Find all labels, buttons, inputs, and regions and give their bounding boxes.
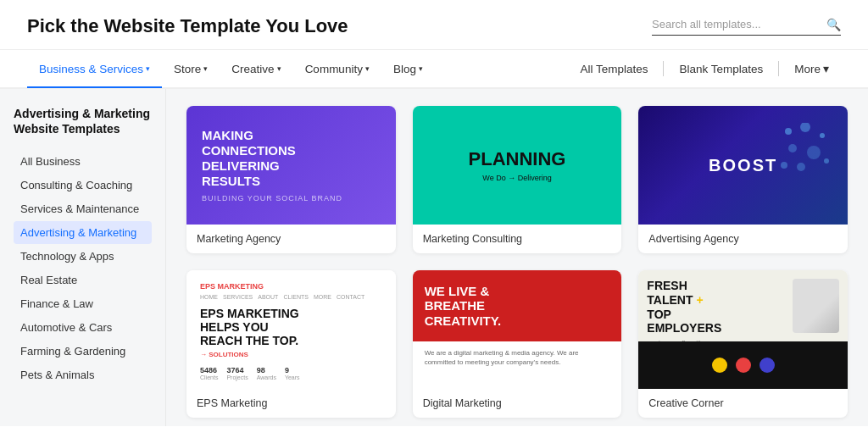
sidebar-item-real-estate[interactable]: Real Estate xyxy=(14,269,152,291)
template-thumb-creative: FRESHTALENT +TOPEMPLOYERS create your of… xyxy=(638,270,848,389)
eps-headline: EPS MARKETINGHELPS YOUREACH THE TOP. xyxy=(200,307,364,347)
sidebar: Advertising & Marketing Website Template… xyxy=(0,89,166,426)
sidebar-item-services[interactable]: Services & Maintenance xyxy=(14,197,152,220)
eps-logo: EPS MARKETING xyxy=(200,282,364,291)
thumb-headline: BOOST xyxy=(709,156,777,175)
cr-text-block: FRESHTALENT +TOPEMPLOYERS create your of… xyxy=(647,279,786,333)
cr-icon-2 xyxy=(736,358,751,373)
template-label: Advertising Agency xyxy=(638,225,848,253)
page-header: Pick the Website Template You Love 🔍 xyxy=(0,0,868,50)
nav-right: All Templates Blank Templates More ▾ xyxy=(568,50,841,87)
template-label: EPS Marketing xyxy=(186,389,396,418)
page-title: Pick the Website Template You Love xyxy=(27,15,348,37)
template-card-creative[interactable]: FRESHTALENT +TOPEMPLOYERS create your of… xyxy=(638,270,848,418)
template-thumb-advertising-agency: BOOST xyxy=(638,106,848,225)
sidebar-item-consulting[interactable]: Consulting & Coaching xyxy=(14,174,152,197)
cr-headline: FRESHTALENT +TOPEMPLOYERS xyxy=(647,279,786,336)
dg-bottom: We are a digital marketing & media agenc… xyxy=(413,341,622,389)
template-thumb-marketing-consulting: PLANNING We Do → Delivering xyxy=(413,106,622,225)
thumb-sub: BUILDING YOUR SOCIAL BRAND xyxy=(202,194,342,202)
main-nav: Business & Services ▾ Store ▾ Creative ▾… xyxy=(0,50,868,89)
sidebar-item-farming[interactable]: Farming & Gardening xyxy=(14,340,152,363)
nav-item-store[interactable]: Store ▾ xyxy=(162,51,220,88)
cr-bottom xyxy=(638,341,848,389)
sidebar-item-pets[interactable]: Pets & Animals xyxy=(14,363,152,386)
svg-point-0 xyxy=(785,128,792,135)
nav-divider xyxy=(663,61,664,76)
search-input[interactable] xyxy=(652,18,821,30)
svg-point-6 xyxy=(781,162,787,169)
template-thumb-marketing-agency: MAKINGCONNECTIONSDELIVERINGRESULTS BUILD… xyxy=(186,106,396,225)
template-label: Digital Marketing xyxy=(413,389,622,418)
cr-icon-3 xyxy=(760,358,775,373)
sidebar-item-advertising[interactable]: Advertising & Marketing xyxy=(14,221,152,244)
nav-item-creative[interactable]: Creative ▾ xyxy=(220,51,292,88)
sidebar-item-finance[interactable]: Finance & Law xyxy=(14,292,152,315)
templates-grid: MAKINGCONNECTIONSDELIVERINGRESULTS BUILD… xyxy=(186,106,848,418)
sidebar-item-all-business[interactable]: All Business xyxy=(14,150,152,173)
eps-stats: 5486Clients 3764Projects 98Awards 9Years xyxy=(200,366,300,380)
templates-area: MAKINGCONNECTIONSDELIVERINGRESULTS BUILD… xyxy=(166,89,868,426)
template-thumb-digital: WE LIVE &BREATHECREATIVITY. We are a dig… xyxy=(413,270,622,389)
template-label: Creative Corner xyxy=(638,389,848,418)
template-card-digital[interactable]: WE LIVE &BREATHECREATIVITY. We are a dig… xyxy=(413,270,622,418)
chevron-down-icon: ▾ xyxy=(203,64,208,73)
thumb-sub: We Do → Delivering xyxy=(482,174,551,182)
template-card-eps[interactable]: EPS MARKETING HOMESERVICESABOUTCLIENTSMO… xyxy=(186,270,396,418)
thumb-headline: PLANNING xyxy=(469,148,566,170)
thumb-headline: MAKINGCONNECTIONSDELIVERINGRESULTS xyxy=(202,128,296,189)
chevron-down-icon: ▾ xyxy=(823,62,829,75)
svg-point-1 xyxy=(800,123,810,132)
template-thumb-eps: EPS MARKETING HOMESERVICESABOUTCLIENTSMO… xyxy=(186,270,396,389)
svg-point-3 xyxy=(788,144,797,152)
thumb-dots-decoration xyxy=(780,123,831,174)
template-label: Marketing Consulting xyxy=(413,225,622,253)
svg-point-5 xyxy=(824,158,829,164)
cr-top: FRESHTALENT +TOPEMPLOYERS create your of… xyxy=(638,270,848,341)
cr-icon-1 xyxy=(712,358,727,373)
chevron-down-icon: ▾ xyxy=(146,64,150,73)
svg-point-2 xyxy=(820,133,825,138)
search-bar[interactable]: 🔍 xyxy=(652,18,841,36)
chevron-down-icon: ▾ xyxy=(365,64,370,73)
sidebar-item-technology[interactable]: Technology & Apps xyxy=(14,245,152,268)
nav-item-blog[interactable]: Blog ▾ xyxy=(381,51,435,88)
template-label: Marketing Agency xyxy=(186,225,396,253)
nav-more[interactable]: More ▾ xyxy=(782,50,841,87)
nav-item-business[interactable]: Business & Services ▾ xyxy=(27,51,162,88)
sidebar-title: Advertising & Marketing Website Template… xyxy=(14,106,152,136)
eps-nav: HOMESERVICESABOUTCLIENTSMORECONTACT xyxy=(200,294,364,300)
template-card-advertising-agency[interactable]: BOOST Advertising Agency xyxy=(638,106,848,253)
svg-point-7 xyxy=(797,163,805,171)
search-icon[interactable]: 🔍 xyxy=(826,18,841,31)
chevron-down-icon: ▾ xyxy=(277,64,281,73)
nav-blank-templates[interactable]: Blank Templates xyxy=(667,50,775,87)
nav-item-community[interactable]: Community ▾ xyxy=(293,51,381,88)
nav-all-templates[interactable]: All Templates xyxy=(568,50,659,87)
template-card-marketing-agency[interactable]: MAKINGCONNECTIONSDELIVERINGRESULTS BUILD… xyxy=(186,106,396,253)
svg-point-4 xyxy=(807,146,821,159)
eps-sub: → SOLUTIONS xyxy=(200,351,364,358)
dg-top: WE LIVE &BREATHECREATIVITY. xyxy=(413,270,622,341)
nav-divider-2 xyxy=(778,61,779,76)
main-content: Advertising & Marketing Website Template… xyxy=(0,89,868,426)
cr-image xyxy=(793,279,839,333)
dg-headline: WE LIVE &BREATHECREATIVITY. xyxy=(425,284,502,328)
chevron-down-icon: ▾ xyxy=(419,64,423,73)
template-card-marketing-consulting[interactable]: PLANNING We Do → Delivering Marketing Co… xyxy=(413,106,622,253)
sidebar-item-automotive[interactable]: Automotive & Cars xyxy=(14,316,152,339)
